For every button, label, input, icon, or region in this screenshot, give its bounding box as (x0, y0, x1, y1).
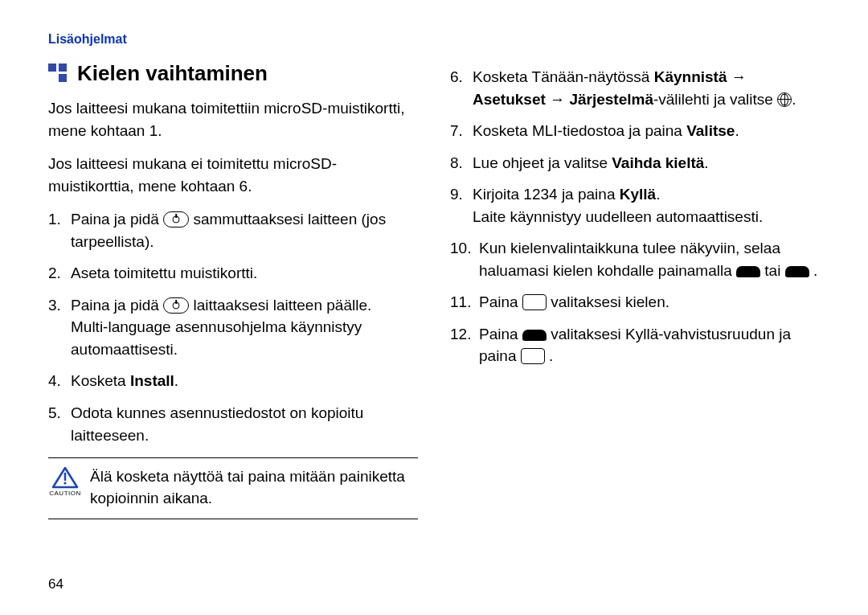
power-button-icon (163, 211, 189, 228)
step-text: Odota kunnes asennustiedostot on kopioit… (71, 404, 363, 444)
step-text: Paina (479, 326, 522, 342)
step-text: Laite käynnistyy uudelleen automaattises… (473, 208, 763, 225)
step-text: Kirjoita 1234 ja paina (473, 186, 620, 203)
right-softkey-icon (785, 266, 809, 277)
right-column: 6. Kosketa Tänään-näytössä Käynnistä → A… (450, 61, 820, 519)
step-text: Kun kielenvalintaikkuna tulee näkyviin, … (479, 240, 780, 279)
step-text: -välilehti ja valitse (653, 91, 777, 108)
step-bold: Kyllä (620, 186, 656, 203)
step-text: . (735, 122, 739, 139)
step-bold: Asetukset (473, 91, 546, 108)
heading-row: Kielen vaihtaminen (48, 61, 418, 86)
left-softkey-icon (736, 266, 760, 277)
svg-point-2 (63, 482, 66, 485)
step-text: valitaksesi kielen. (551, 293, 669, 310)
step-text: . (174, 372, 178, 389)
section-squares-icon (48, 64, 69, 84)
step-11: 11. Paina valitaksesi kielen. (450, 291, 820, 314)
step-6: 6. Kosketa Tänään-näytössä Käynnistä → A… (450, 66, 820, 110)
step-12: 12. Paina valitaksesi Kyllä-vahvistusruu… (450, 323, 820, 367)
power-button-icon (163, 297, 189, 314)
step-3: 3. Paina ja pidä laittaaksesi laitteen p… (48, 294, 418, 361)
step-text: . (656, 186, 660, 203)
arrow: → (727, 68, 747, 85)
step-text: . (792, 91, 796, 108)
step-number: 9. (450, 183, 463, 206)
step-number: 11. (450, 291, 471, 314)
caution-icon: CAUTION (48, 466, 82, 497)
step-9: 9. Kirjoita 1234 ja paina Kyllä. Laite k… (450, 183, 820, 228)
step-text: Paina ja pidä (71, 297, 163, 314)
arrow: → (546, 91, 570, 108)
step-text: Kosketa Tänään-näytössä (473, 68, 654, 85)
step-number: 3. (48, 294, 61, 317)
globe-icon (777, 92, 792, 107)
step-text: Paina (479, 293, 522, 310)
step-bold: Vaihda kieltä (612, 154, 704, 171)
step-bold: Käynnistä (654, 68, 727, 85)
step-text: Kosketa (71, 372, 130, 389)
left-softkey-icon (522, 330, 547, 341)
intro-paragraph-2: Jos laitteesi mukana ei toimitettu micro… (48, 153, 418, 197)
step-bold: Valitse (686, 122, 735, 139)
step-number: 5. (48, 402, 61, 424)
step-10: 10. Kun kielenvalintaikkuna tulee näkyvi… (450, 237, 820, 281)
center-key-icon (521, 348, 545, 364)
caution-text: Älä kosketa näyttöä tai paina mitään pai… (90, 466, 418, 509)
right-step-list: 6. Kosketa Tänään-näytössä Käynnistä → A… (450, 66, 820, 367)
caution-box: CAUTION Älä kosketa näyttöä tai paina mi… (48, 457, 418, 519)
step-text: laittaaksesi laitteen päälle. (193, 297, 371, 314)
left-column: Kielen vaihtaminen Jos laitteesi mukana … (48, 61, 418, 519)
intro-paragraph-1: Jos laitteesi mukana toimitettiin microS… (48, 97, 418, 141)
step-2: 2. Aseta toimitettu muistikortti. (48, 262, 418, 285)
step-number: 1. (48, 208, 61, 231)
step-text: Kosketa MLI-tiedostoa ja paina (473, 122, 686, 139)
step-number: 6. (450, 66, 463, 88)
step-text: Aseta toimitettu muistikortti. (71, 264, 257, 281)
step-number: 10. (450, 237, 471, 260)
step-text: . (813, 262, 817, 279)
step-4: 4. Kosketa Install. (48, 370, 418, 392)
left-step-list: 1. Paina ja pidä sammuttaaksesi laitteen… (48, 208, 418, 446)
section-title: Kielen vaihtaminen (77, 61, 268, 86)
step-7: 7. Kosketa MLI-tiedostoa ja paina Valits… (450, 120, 820, 142)
step-number: 2. (48, 262, 61, 285)
step-number: 8. (450, 152, 463, 174)
step-bold: Install (130, 372, 174, 389)
section-header-link: Lisäohjelmat (48, 32, 820, 47)
step-text: . (704, 154, 708, 171)
caution-label: CAUTION (48, 490, 82, 497)
step-text: tai (764, 262, 784, 279)
step-text: . (549, 347, 553, 364)
page-number: 64 (48, 576, 63, 592)
step-8: 8. Lue ohjeet ja valitse Vaihda kieltä. (450, 152, 820, 174)
two-column-layout: Kielen vaihtaminen Jos laitteesi mukana … (48, 61, 820, 519)
step-bold: Järjestelmä (569, 91, 653, 108)
document-page: Lisäohjelmat Kielen vaihtaminen Jos lait… (0, 0, 868, 615)
center-key-icon (522, 294, 547, 310)
step-text: Paina ja pidä (71, 211, 163, 228)
step-number: 4. (48, 370, 61, 392)
step-number: 12. (450, 323, 471, 346)
step-1: 1. Paina ja pidä sammuttaaksesi laitteen… (48, 208, 418, 252)
step-number: 7. (450, 120, 463, 142)
step-5: 5. Odota kunnes asennustiedostot on kopi… (48, 402, 418, 446)
step-text: Multi-language asennusohjelma käynnistyy… (71, 318, 362, 358)
step-text: Lue ohjeet ja valitse (473, 154, 612, 171)
